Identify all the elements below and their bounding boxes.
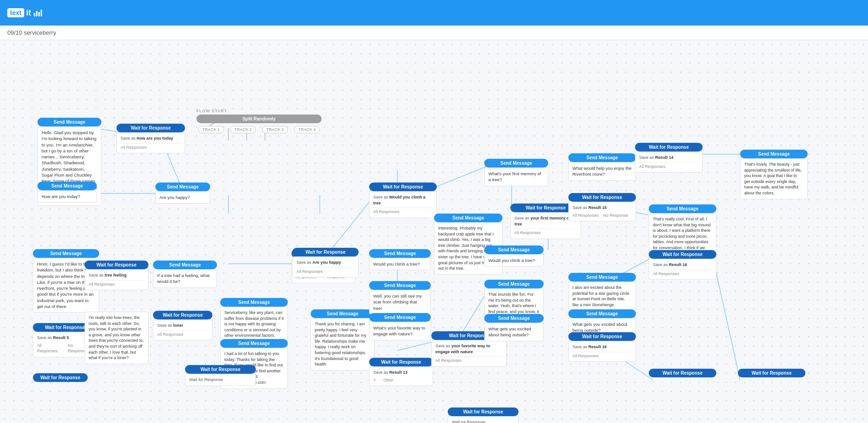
wait-bottom-right1-content: Save as Result 16 All Responses <box>649 259 716 280</box>
wait-bottom-right2[interactable]: Wait for Response <box>649 369 716 377</box>
send-serviceberry[interactable]: Send Message Serviceberry, like any plan… <box>220 298 288 342</box>
wait-result14-header: Wait for Response <box>635 143 703 151</box>
send-sounds-fun-header: Send Message <box>484 280 544 288</box>
wait-result14[interactable]: Wait for Response Save as Result 14 All … <box>635 143 703 172</box>
wait-loner-header: Wait for Response <box>153 311 212 319</box>
track4-label: TRACK 4 <box>294 126 320 133</box>
wait-iot-response[interactable]: Wait for Response Walt Iot Response <box>448 407 519 423</box>
wait-for-response-bottom-content: Wait for Response <box>185 374 256 386</box>
wait-favorite-nature-content: Save as your favorite way to engage with… <box>431 340 507 367</box>
wait-bottom-right3[interactable]: Wait for Response <box>738 369 805 377</box>
send-scar-content: Well, you can still see my scar from cli… <box>369 290 431 314</box>
send-excited-outside[interactable]: Send Message What gets you excited about… <box>484 314 544 341</box>
send-would-climb-header: Send Message <box>369 249 431 258</box>
track3-label: TRACK 3 <box>262 126 288 133</box>
wait-result13-content: Save as Result 13 Y Other <box>369 366 433 386</box>
wait-for-response-bottom[interactable]: Wait for Response Wait for Response <box>185 365 256 386</box>
send-lovely-content: That's lovely. The beauty - just appreci… <box>740 158 808 199</box>
wait-bottom-right2-header: Wait for Response <box>649 369 716 377</box>
flow-start-label: FLOW START <box>196 109 227 113</box>
wait-are-you-happy[interactable]: Wait for Response Save as Are you happy … <box>292 248 359 277</box>
send-excited-outside-content: What gets you excited about being outsid… <box>484 323 544 341</box>
send-really-cool-header: Send Message <box>649 204 716 213</box>
send-would-climb-2-header: Send Message <box>484 245 544 254</box>
wait-response-1[interactable]: Wait for Response Save as How are you to… <box>116 124 185 153</box>
page-title: 09/10 serviceberry <box>7 29 56 36</box>
send-first-memory[interactable]: Send Message What's your first memory of… <box>484 159 548 186</box>
send-excited-outside-header: Send Message <box>484 314 544 323</box>
send-message-2-content: How are you today? <box>37 190 97 203</box>
wait-response-1-content: Save as How are you today All Responses <box>116 132 185 153</box>
send-tree-feeling-q-content: If a tree had a feeling, what would it b… <box>153 269 217 288</box>
split-randomly-label: Split Randomly <box>196 115 322 123</box>
send-serviceberry-header: Send Message <box>220 298 288 307</box>
send-message-are-you-happy[interactable]: Send Message Are you happy? <box>155 183 210 204</box>
send-excited[interactable]: Send Message I also am excited about the… <box>568 273 636 311</box>
wait-bottom-left-header: Wait for Response <box>33 373 88 382</box>
send-message-2-header: Send Message <box>37 182 97 190</box>
wait-bottom-right1-header: Wait for Response <box>649 250 716 259</box>
send-lovely-header: Send Message <box>740 150 808 158</box>
wait-result15-content: Save as Result 15 All Responses No Respo… <box>568 202 636 221</box>
wait-climb-tree-header: Wait for Response <box>369 183 437 191</box>
wait-for-response-bottom-header: Wait for Response <box>185 365 256 374</box>
send-favorite-way-header: Send Message <box>369 313 431 322</box>
wait-result13[interactable]: Wait for Response Save as Result 13 Y Ot… <box>369 358 433 386</box>
send-would-climb-2[interactable]: Send Message Would you climb a tree? <box>484 245 544 266</box>
wait-tree-feeling-content: Save as tree feeling All Responses <box>85 269 148 290</box>
send-tree-header: Send Message <box>33 249 99 258</box>
wait-result15[interactable]: Wait for Response Save as Result 15 All … <box>568 193 636 221</box>
track2-label: TRACK 2 <box>230 126 256 133</box>
send-thank-you-header: Send Message <box>311 309 375 318</box>
track1-label: TRACK 1 <box>198 126 224 133</box>
logo-icon-bars: it <box>26 8 31 18</box>
wait-loner[interactable]: Wait for Response Save as loner All Resp… <box>153 311 212 340</box>
wait-response-1-header: Wait for Response <box>116 124 185 132</box>
send-serviceberry-content: Serviceberry, like any plant, can suffer… <box>220 307 288 342</box>
send-riverfront[interactable]: Send Message What would help you enjoy t… <box>568 153 636 181</box>
wait-bottom-left[interactable]: Wait for Response <box>33 373 88 382</box>
send-would-climb[interactable]: Send Message Would you climb a tree? <box>369 249 431 270</box>
wait-climb-tree[interactable]: Wait for Response Save as Would you clim… <box>369 183 437 218</box>
send-thank-you-content: Thank you for sharing. I am pretty happy… <box>311 318 375 371</box>
wait-result15-header: Wait for Response <box>568 193 636 202</box>
wait-climb-tree-content: Save as Would you climb a tree All Respo… <box>369 191 437 218</box>
top-bar: text it <box>0 0 868 26</box>
split-randomly-node[interactable]: Split Randomly TRACK 1 TRACK 2 TRACK 3 T… <box>196 115 322 133</box>
send-tree-feeling-q-header: Send Message <box>153 261 217 269</box>
send-scar-header: Send Message <box>369 281 431 290</box>
send-scar[interactable]: Send Message Well, you can still see my … <box>369 281 431 314</box>
canvas-area[interactable]: FLOW START Split Randomly TRACK 1 TRACK … <box>0 40 868 423</box>
wait-tree-feeling[interactable]: Wait for Response Save as tree feeling A… <box>85 261 148 290</box>
logo: text it <box>7 8 42 18</box>
send-would-climb-content: Would you climb a tree? <box>369 258 431 270</box>
send-are-you-happy-content: Are you happy? <box>155 191 210 204</box>
wait-result16[interactable]: Wait for Response Save as Result 16 All … <box>568 332 636 362</box>
send-first-memory-content: What's your first memory of a tree? <box>484 167 548 186</box>
logo-text: text <box>7 8 24 17</box>
send-message-1-header: Send Message <box>37 118 101 126</box>
send-favorite-way[interactable]: Send Message What's your favorite way to… <box>369 313 431 340</box>
wait-loner-content: Save as loner All Responses <box>153 319 212 340</box>
send-tree-feeling-q[interactable]: Send Message If a tree had a feeling, wh… <box>153 261 217 288</box>
send-excited-2-header: Send Message <box>568 309 636 318</box>
send-favorite-way-content: What's your favorite way to engage with … <box>369 322 431 340</box>
logo-bars <box>34 10 42 16</box>
send-would-climb-2-content: Would you climb a tree? <box>484 254 544 266</box>
wait-iot-header: Wait for Response <box>448 407 519 416</box>
send-message-2[interactable]: Send Message How are you today? <box>37 182 97 203</box>
send-thank-you[interactable]: Send Message Thank you for sharing. I am… <box>311 309 375 371</box>
send-excited-header: Send Message <box>568 273 636 282</box>
wait-result16-header: Wait for Response <box>568 332 636 341</box>
send-interesting-header: Send Message <box>434 214 503 222</box>
send-fun-talking-header: Send Message <box>220 339 288 348</box>
wait-result14-content: Save as Result 14 All Responses <box>635 151 703 172</box>
wait-bottom-right1[interactable]: Wait for Response Save as Result 16 All … <box>649 250 716 280</box>
send-riverfront-header: Send Message <box>568 153 636 162</box>
subtitle-bar: 09/10 serviceberry <box>0 26 868 40</box>
send-trees-content: I'm really into how trees, the roots, ta… <box>85 312 148 364</box>
send-trees-msg[interactable]: I'm really into how trees, the roots, ta… <box>85 312 148 364</box>
send-first-memory-header: Send Message <box>484 159 548 167</box>
send-lovely[interactable]: Send Message That's lovely. The beauty -… <box>740 150 808 199</box>
send-excited-content: I also am excited about the potential fo… <box>568 282 636 311</box>
